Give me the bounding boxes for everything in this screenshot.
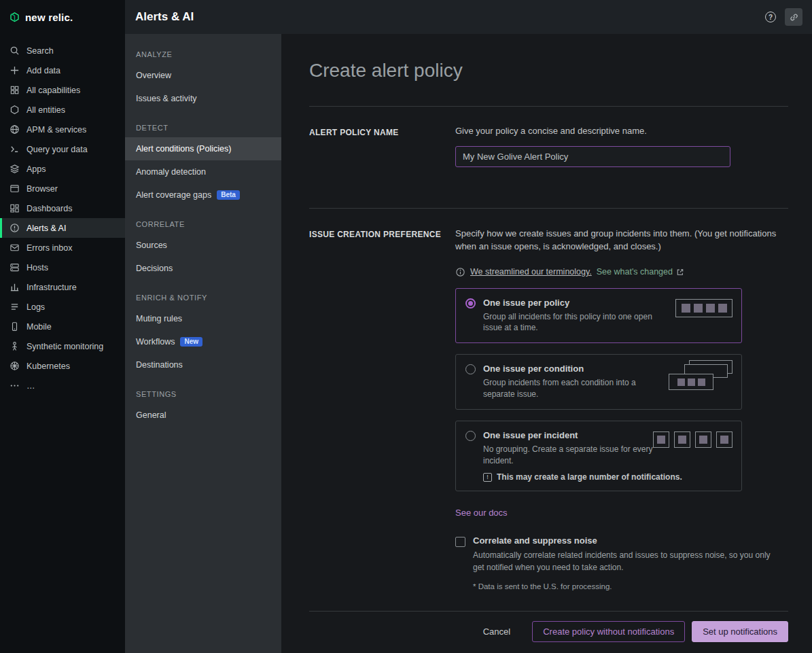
sidebar-item-all-entities[interactable]: All entities	[0, 100, 125, 120]
option-text: One issue per policy Group all incidents…	[483, 298, 654, 334]
sidebar-item-kubernetes[interactable]: Kubernetes	[0, 356, 125, 376]
option-description: Group all incidents for this policy into…	[483, 311, 654, 334]
subnav-section-analyze: ANALYZE Overview Issues & activity	[125, 48, 281, 110]
subnav-item-label: Sources	[136, 241, 167, 250]
terminology-note[interactable]: We streamlined our terminology.	[470, 267, 592, 277]
envelope-icon	[10, 243, 20, 253]
policy-name-input[interactable]	[455, 146, 730, 167]
sidebar-item-label: Hosts	[27, 263, 48, 272]
sidebar-item-more[interactable]: …	[0, 376, 125, 395]
sidebar-item-apps[interactable]: Apps	[0, 159, 125, 179]
option-one-issue-per-condition[interactable]: One issue per condition Group incidents …	[455, 354, 742, 410]
sidebar-item-label: Add data	[27, 66, 60, 75]
issue-preference-description: Specify how we create issues and group i…	[455, 228, 785, 253]
dashboards-icon	[10, 203, 20, 213]
sidebar-item-errors-inbox[interactable]: Errors inbox	[0, 238, 125, 258]
issue-preference-field: Specify how we create issues and group i…	[455, 228, 788, 590]
subnav-item-label: Destinations	[136, 360, 183, 370]
subnav-item-workflows[interactable]: Workflows New	[125, 330, 281, 353]
data-processing-footnote: * Data is sent to the U.S. for processin…	[473, 582, 779, 590]
sidebar-item-browser[interactable]: Browser	[0, 179, 125, 198]
issue-preference-section: ISSUE CREATION PREFERENCE Specify how we…	[309, 209, 788, 611]
subnav-item-anomaly-detection[interactable]: Anomaly detection	[125, 160, 281, 183]
query-icon	[10, 144, 20, 154]
radio-per-condition[interactable]	[465, 364, 476, 374]
correlate-description: Automatically correlate related incident…	[473, 550, 779, 573]
mobile-icon	[10, 321, 20, 332]
sidebar-item-label: Synthetic monitoring	[27, 342, 103, 351]
subnav-item-decisions[interactable]: Decisions	[125, 257, 281, 280]
sidebar-item-label: Alerts & AI	[27, 224, 66, 233]
logs-icon	[10, 302, 20, 312]
sidebar-item-label: All capabilities	[27, 86, 80, 95]
subnav-item-alert-coverage-gaps[interactable]: Alert coverage gaps Beta	[125, 183, 281, 207]
subnav-item-general[interactable]: General	[125, 404, 281, 427]
sidebar-item-label: Logs	[27, 302, 45, 312]
newrelic-logo-icon	[10, 12, 20, 22]
sidebar-item-add-data[interactable]: Add data	[0, 60, 125, 80]
sidebar-item-apm-services[interactable]: APM & services	[0, 120, 125, 139]
beta-badge: Beta	[217, 190, 240, 200]
sidebar-item-synthetic-monitoring[interactable]: Synthetic monitoring	[0, 336, 125, 356]
infrastructure-icon	[10, 282, 20, 292]
sidebar-item-label: Infrastructure	[27, 283, 77, 292]
correlate-title: Correlate and suppress noise	[473, 535, 779, 546]
newrelic-logo[interactable]: new relic.	[0, 0, 125, 34]
help-icon: ?	[765, 12, 776, 22]
sidebar-item-query-your-data[interactable]: Query your data	[0, 139, 125, 159]
sidebar-item-hosts[interactable]: Hosts	[0, 258, 125, 277]
see-whats-changed-link[interactable]: See what's changed	[597, 267, 684, 277]
see-whats-changed-label: See what's changed	[597, 267, 673, 277]
synthetics-icon	[10, 341, 20, 351]
radio-per-incident[interactable]	[465, 431, 476, 441]
hosts-icon	[10, 262, 20, 272]
policy-name-hint: Give your policy a concise and descripti…	[455, 126, 788, 136]
subnav-item-destinations[interactable]: Destinations	[125, 353, 281, 376]
footer-actions: Cancel Create policy without notificatio…	[309, 612, 788, 642]
top-header: Alerts & AI ?	[125, 0, 812, 34]
policy-name-label: ALERT POLICY NAME	[309, 126, 455, 167]
option-one-issue-per-policy[interactable]: One issue per policy Group all incidents…	[455, 288, 742, 344]
sidebar-item-mobile[interactable]: Mobile	[0, 317, 125, 336]
subnav-item-label: Alert conditions (Policies)	[136, 144, 231, 154]
help-button[interactable]: ?	[762, 8, 779, 26]
sidebar-item-label: APM & services	[27, 125, 86, 135]
page-header-title: Alerts & AI	[135, 10, 194, 24]
alert-circle-icon	[10, 223, 20, 233]
option-text: One issue per incident No grouping. Crea…	[483, 430, 682, 482]
subnav-item-issues-activity[interactable]: Issues & activity	[125, 87, 281, 110]
create-policy-without-notifications-button[interactable]: Create policy without notifications	[532, 621, 685, 642]
copy-link-button[interactable]	[785, 8, 802, 26]
subnav-item-sources[interactable]: Sources	[125, 234, 281, 257]
cancel-button[interactable]: Cancel	[474, 621, 520, 642]
sidebar-item-alerts-ai[interactable]: Alerts & AI	[0, 218, 125, 238]
correlate-checkbox[interactable]	[455, 537, 465, 547]
sidebar-item-all-capabilities[interactable]: All capabilities	[0, 80, 125, 100]
subnav-item-overview[interactable]: Overview	[125, 64, 281, 87]
see-our-docs-link[interactable]: See our docs	[455, 508, 508, 518]
sidebar-item-infrastructure[interactable]: Infrastructure	[0, 277, 125, 297]
main-panel: Create alert policy ALERT POLICY NAME Gi…	[281, 34, 812, 653]
sidebar-item-logs[interactable]: Logs	[0, 297, 125, 317]
option-description: Group incidents from each condition into…	[483, 377, 654, 400]
subnav-section-title: ANALYZE	[125, 48, 281, 64]
subnav-item-muting-rules[interactable]: Muting rules	[125, 307, 281, 330]
set-up-notifications-button[interactable]: Set up notifications	[692, 621, 788, 642]
new-badge: New	[180, 337, 202, 347]
radio-per-policy[interactable]	[465, 298, 476, 308]
primary-nav: Search Add data All capabilities All ent…	[0, 34, 125, 395]
plus-icon	[10, 65, 20, 75]
option-one-issue-per-incident[interactable]: One issue per incident No grouping. Crea…	[455, 421, 742, 492]
sidebar-item-label: Dashboards	[27, 204, 72, 213]
option-title: One issue per incident	[483, 430, 682, 440]
grid-icon	[10, 85, 20, 95]
subnav-item-alert-conditions[interactable]: Alert conditions (Policies)	[125, 137, 281, 160]
sidebar-item-search[interactable]: Search	[0, 41, 125, 60]
warning-text: This may create a large number of notifi…	[497, 472, 682, 482]
sidebar-item-dashboards[interactable]: Dashboards	[0, 198, 125, 218]
sidebar-item-label: Apps	[27, 164, 46, 174]
per-policy-icon	[675, 299, 732, 317]
sidebar-item-label: Query your data	[27, 145, 88, 154]
per-incident-icon	[653, 431, 732, 448]
option-text: One issue per condition Group incidents …	[483, 364, 654, 400]
